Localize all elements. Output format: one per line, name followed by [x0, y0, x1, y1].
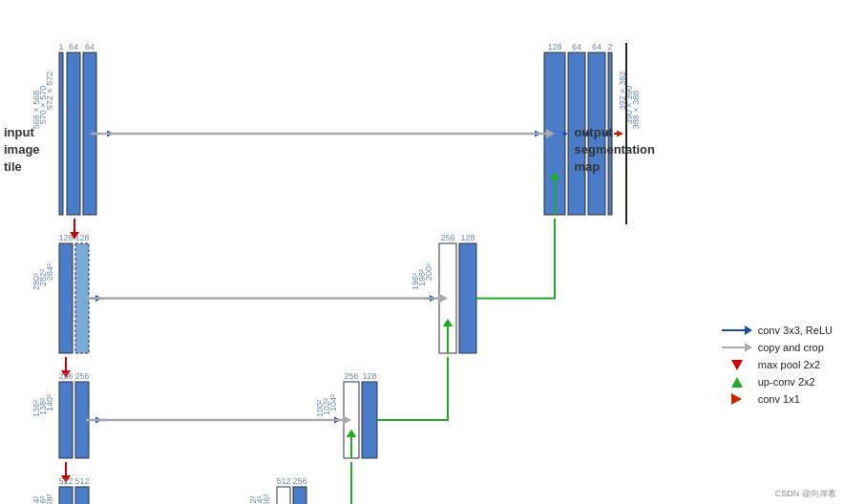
legend-copy-crop: copy and crop — [722, 342, 833, 353]
legend-max-pool-label: max pool 2x2 — [758, 359, 820, 370]
legend-conv3x3: conv 3x3, ReLU — [722, 325, 833, 336]
legend-max-pool: max pool 2x2 — [722, 359, 833, 370]
legend: conv 3x3, ReLU copy and crop max pool 2x… — [722, 325, 833, 405]
watermark: CSDN @向岸看 — [775, 488, 836, 500]
legend-conv3x3-label: conv 3x3, ReLU — [758, 325, 833, 336]
legend-copy-crop-label: copy and crop — [758, 342, 824, 353]
input-label: inputimagetile — [4, 124, 40, 177]
legend-up-conv-label: up-conv 2x2 — [758, 376, 815, 388]
legend-up-conv: up-conv 2x2 — [722, 376, 833, 388]
legend-conv1x1: conv 1x1 — [722, 393, 833, 405]
diagram-container: inputimagetile outputsegmentationmap con… — [0, 0, 844, 504]
legend-conv1x1-label: conv 1x1 — [758, 393, 800, 405]
output-label: outputsegmentationmap — [574, 124, 655, 177]
